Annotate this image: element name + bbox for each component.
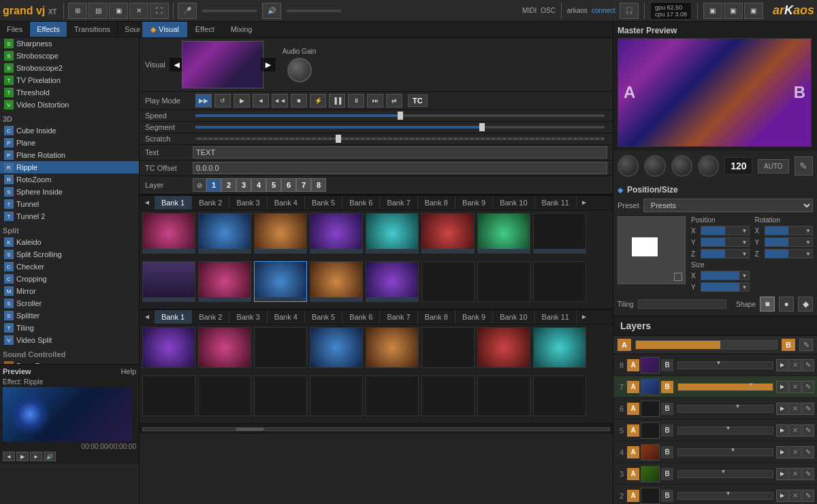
bank-cell-top-7[interactable] [477, 213, 530, 254]
speed-slider[interactable] [195, 114, 605, 117]
pos-y-slider[interactable]: ▼ [701, 237, 750, 247]
rot-x-slider[interactable]: ▼ [765, 226, 814, 235]
toolbar-btn-grid[interactable]: ⊞ [68, 3, 87, 19]
preview-play-btn[interactable]: ▶ [16, 452, 29, 461]
shape-btn-square[interactable]: ■ [760, 297, 775, 312]
pm-btn-10[interactable]: ⏭ [367, 94, 383, 107]
layer-btn-3[interactable]: 3 [236, 178, 251, 192]
effect-stroboscope[interactable]: SStroboscope [0, 50, 139, 62]
pm-btn-7[interactable]: ⚡ [310, 94, 326, 107]
bank-cell-top-16[interactable] [533, 261, 586, 302]
layer-5-play-btn[interactable]: ▶ [776, 424, 788, 437]
transport-edit-btn[interactable]: ✎ [795, 156, 813, 175]
effect-rotozoom[interactable]: RRotoZoom [0, 173, 139, 186]
layer-2-edit-btn[interactable]: ✎ [802, 490, 814, 502]
effect-scroller[interactable]: SScroller [0, 297, 139, 309]
layer-7-a-btn[interactable]: A [627, 381, 639, 393]
effect-mirror[interactable]: MMirror [0, 285, 139, 297]
bank-cell-top-11[interactable] [254, 261, 307, 302]
tab-files[interactable]: Files [0, 22, 30, 37]
bank-cell-bot-12[interactable] [310, 375, 363, 416]
rot-y-slider[interactable]: ▼ [765, 237, 814, 247]
layer-3-x-btn[interactable]: ✕ [789, 468, 801, 480]
bank-cell-bot-2[interactable] [198, 327, 251, 368]
bank-cell-bot-7[interactable] [477, 327, 530, 368]
layers-ab-slider[interactable] [635, 340, 778, 350]
layers-a-btn[interactable]: A [618, 339, 631, 351]
pm-btn-1[interactable]: ▶▶ [195, 94, 212, 107]
bank-cell-bot-3[interactable] [254, 327, 307, 368]
bank-cell-bot-11[interactable] [254, 375, 307, 416]
transport-knob-2[interactable] [644, 155, 665, 177]
layer-4-edit-btn[interactable]: ✎ [802, 446, 814, 458]
effects-list[interactable]: SSharpness SStroboscope SStroboscope2 TT… [0, 37, 139, 364]
layer-6-play-btn[interactable]: ▶ [776, 403, 788, 415]
bank-cell-bot-13[interactable] [366, 375, 419, 416]
layer-4-a-btn[interactable]: A [627, 446, 639, 458]
transport-knob-1[interactable] [618, 155, 639, 177]
bank-cell-bot-15[interactable] [477, 375, 530, 416]
layer-7-edit-btn[interactable]: ✎ [802, 381, 814, 393]
preview-help-btn[interactable]: Help [121, 367, 136, 375]
bank-tab-4-bottom[interactable]: Bank 4 [268, 310, 305, 324]
bank-tab-6-bottom[interactable]: Bank 6 [342, 310, 380, 324]
segment-slider[interactable] [195, 126, 605, 129]
scratch-slider[interactable] [195, 137, 605, 140]
bank-arrow-left-bottom[interactable]: ◄ [140, 310, 155, 324]
toolbar-btn-d2[interactable]: ▣ [724, 3, 743, 19]
bank-cell-top-4[interactable] [310, 213, 363, 254]
bank-tab-6-top[interactable]: Bank 6 [342, 196, 380, 209]
bank-tab-2-top[interactable]: Bank 2 [192, 196, 229, 209]
effect-tv-pixelation[interactable]: TTV Pixelation [0, 74, 139, 86]
tab-visual[interactable]: ◆Visual [142, 22, 187, 37]
toolbar-btn-fullscreen[interactable]: ⛶ [150, 3, 169, 19]
bank-tab-3-bottom[interactable]: Bank 3 [229, 310, 267, 324]
toolbar-btn-x[interactable]: ✕ [129, 3, 148, 19]
layer-7-b-btn[interactable]: B [661, 381, 673, 393]
effect-video-split[interactable]: VVideo Split [0, 334, 139, 346]
preview-volume-btn[interactable]: 🔊 [44, 452, 56, 461]
scrollbar-track[interactable] [142, 427, 610, 431]
layer-btn-1[interactable]: 1 [206, 178, 221, 192]
layer-2-x-btn[interactable]: ✕ [789, 490, 801, 502]
rot-z-slider[interactable]: ▼ [765, 249, 814, 258]
pm-btn-4[interactable]: ◄ [253, 94, 269, 107]
scrollbar-thumb[interactable] [236, 428, 263, 431]
layer-2-b-btn[interactable]: B [661, 490, 673, 502]
size-y-slider[interactable]: ▼ [701, 282, 750, 292]
toolbar-btn-layout[interactable]: ▤ [89, 3, 108, 19]
pm-btn-11[interactable]: ⇄ [386, 94, 402, 107]
bank-tab-1-bottom[interactable]: Bank 1 [155, 310, 192, 324]
bank-tab-11-top[interactable]: Bank 11 [535, 196, 577, 209]
bank-cell-bot-10[interactable] [198, 375, 251, 416]
bank-cell-top-15[interactable] [477, 261, 530, 302]
layer-8-slider[interactable]: ▼ [677, 361, 773, 369]
layer-8-b-btn[interactable]: B [661, 359, 673, 371]
tab-transitions[interactable]: Transitions [67, 22, 118, 37]
text-input[interactable] [193, 146, 607, 158]
bank-cell-top-9[interactable] [142, 261, 195, 302]
effect-sharpness[interactable]: SSharpness [0, 37, 139, 50]
pm-btn-9[interactable]: ⏸ [348, 94, 364, 107]
bank-cell-top-8[interactable] [533, 213, 586, 254]
layer-3-a-btn[interactable]: A [627, 468, 639, 480]
pm-btn-3[interactable]: ▶ [234, 94, 250, 107]
layer-6-x-btn[interactable]: ✕ [789, 403, 801, 415]
audio-gain-knob[interactable] [287, 58, 312, 82]
bank-tab-4-top[interactable]: Bank 4 [268, 196, 305, 209]
bank-tab-2-bottom[interactable]: Bank 2 [192, 310, 229, 324]
effect-video-distortion[interactable]: VVideo Distortion [0, 99, 139, 111]
toolbar-btn-d3[interactable]: ▣ [744, 3, 763, 19]
toolbar-btn-monitor[interactable]: ▣ [109, 3, 128, 19]
layer-4-play-btn[interactable]: ▶ [776, 446, 788, 458]
pm-btn-2[interactable]: ↺ [214, 94, 231, 107]
tc-button[interactable]: TC [408, 95, 428, 107]
layer-btn-4[interactable]: 4 [251, 178, 266, 192]
bank-cell-top-12[interactable] [310, 261, 363, 302]
bank-cell-top-1[interactable] [142, 213, 195, 254]
bank-cell-top-13[interactable] [366, 261, 419, 302]
tab-mixing[interactable]: Mixing [223, 22, 261, 37]
bank-tab-8-top[interactable]: Bank 8 [418, 196, 455, 209]
effect-splitter[interactable]: SSplitter [0, 309, 139, 322]
pos-x-slider[interactable]: ▼ [701, 226, 750, 235]
